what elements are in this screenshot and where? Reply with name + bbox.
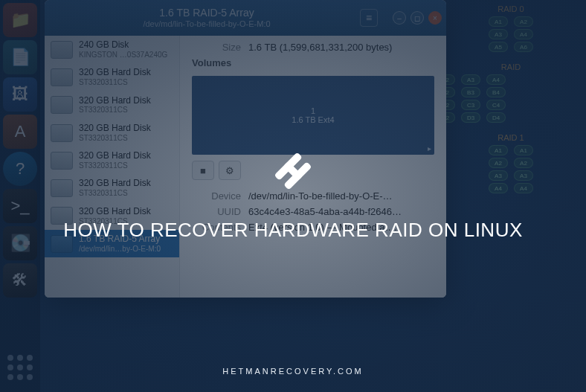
title-overlay: HOW TO RECOVER HARDWARE RAID ON LINUX HE… (0, 0, 586, 392)
hetman-logo-icon (269, 147, 317, 195)
overlay-headline: HOW TO RECOVER HARDWARE RAID ON LINUX (63, 216, 523, 245)
overlay-site: HETMANRECOVERY.COM (0, 367, 586, 376)
